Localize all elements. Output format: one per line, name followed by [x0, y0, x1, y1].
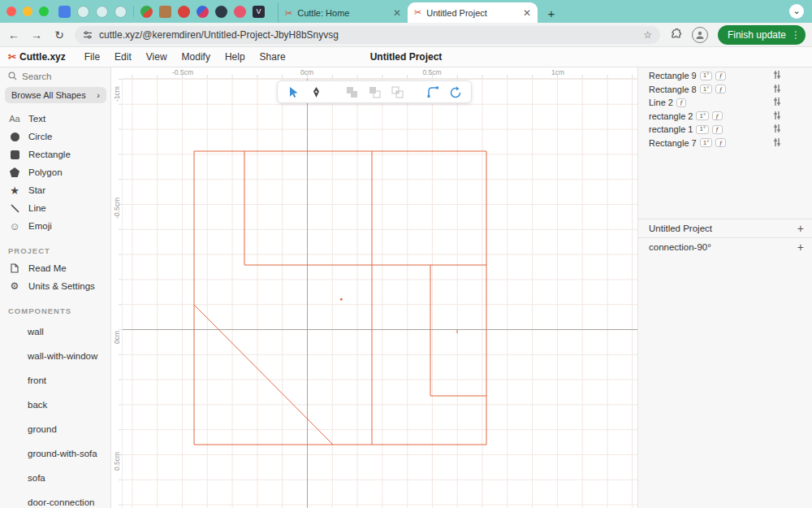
- shape-tool-star[interactable]: ★ Star: [0, 181, 110, 199]
- component-front[interactable]: front: [0, 368, 110, 393]
- add-icon[interactable]: +: [797, 222, 804, 235]
- component-sofa[interactable]: sofa: [0, 466, 110, 490]
- ruler-label: -0.5cm: [172, 68, 193, 76]
- menu-share[interactable]: Share: [253, 51, 293, 63]
- star-icon: ★: [8, 185, 21, 197]
- extensions-puzzle-icon[interactable]: [670, 28, 682, 41]
- extension-icon[interactable]: [58, 6, 71, 18]
- component-sections: Untitled Project + connection-90° +: [638, 219, 812, 256]
- shape-tool-circle[interactable]: Circle: [0, 128, 110, 145]
- rotation-badge[interactable]: 1°: [696, 125, 709, 134]
- pen-tool-icon[interactable]: [309, 85, 323, 99]
- window-zoom-button[interactable]: [39, 7, 49, 16]
- rotation-badge[interactable]: 1°: [700, 72, 713, 80]
- layer-row-line-2[interactable]: Line 2 ƒ: [638, 96, 812, 110]
- address-bar[interactable]: cuttle.xyz/@keremdiren/Untitled-Project-…: [75, 26, 660, 44]
- formula-badge[interactable]: ƒ: [712, 125, 723, 134]
- sidebar-item-units-settings[interactable]: ⚙ Units & Settings: [0, 277, 110, 295]
- shape-tool-emoji[interactable]: ☺ Emoji: [0, 217, 110, 235]
- kebab-menu-icon[interactable]: ⋮: [791, 29, 801, 41]
- profile-avatar[interactable]: [692, 27, 708, 43]
- tab-close-icon[interactable]: ✕: [523, 7, 531, 19]
- component-door-connection[interactable]: door-connection: [0, 490, 110, 508]
- tab-cuttle-home[interactable]: ✂ Cuttle: Home ✕: [278, 3, 408, 23]
- section-untitled-project[interactable]: Untitled Project +: [638, 219, 812, 237]
- formula-badge[interactable]: ƒ: [715, 138, 726, 147]
- shape-tool-rectangle[interactable]: Rectangle: [0, 145, 110, 163]
- window-minimize-button[interactable]: [23, 7, 32, 16]
- sliders-icon[interactable]: [773, 70, 781, 81]
- layer-row-rectangle-9[interactable]: Rectangle 9 1° ƒ: [638, 69, 812, 83]
- reload-icon[interactable]: ↻: [52, 28, 67, 41]
- layer-row-rectangle-7[interactable]: Rectangle 7 1° ƒ: [638, 137, 812, 150]
- menu-view[interactable]: View: [139, 51, 175, 63]
- ruler-label: 1cm: [551, 68, 564, 76]
- extension-icon[interactable]: [77, 6, 89, 18]
- chevron-right-icon: ›: [97, 90, 100, 100]
- design-canvas[interactable]: -0.5cm 0cm 0.5cm 1cm -1cm -0.5cm 0cm 0.5…: [111, 67, 637, 508]
- formula-badge[interactable]: ƒ: [715, 85, 726, 93]
- component-ground-with-sofa[interactable]: ground-with-sofa: [0, 441, 110, 466]
- extension-icon[interactable]: V: [253, 6, 265, 18]
- rotation-badge[interactable]: 1°: [700, 85, 713, 93]
- formula-badge[interactable]: ƒ: [712, 111, 723, 120]
- canvas-viewport[interactable]: [123, 79, 637, 508]
- tab-close-icon[interactable]: ✕: [393, 7, 401, 19]
- ruler-label: -0.5cm: [113, 198, 121, 219]
- new-tab-button[interactable]: +: [542, 5, 560, 23]
- extension-icon[interactable]: [234, 6, 246, 18]
- component-ground[interactable]: ground: [0, 417, 110, 441]
- extension-icon[interactable]: [96, 6, 108, 18]
- extension-icon[interactable]: [197, 6, 209, 18]
- browse-all-shapes-button[interactable]: Browse All Shapes ›: [5, 87, 106, 103]
- tab-untitled-project[interactable]: ✂ Untitled Project ✕: [408, 2, 538, 23]
- layer-row-rectangle-2[interactable]: rectangle 2 1° ƒ: [638, 110, 812, 124]
- layer-row-rectangle-8[interactable]: Rectangle 8 1° ƒ: [638, 83, 812, 97]
- window-close-button[interactable]: [6, 7, 16, 16]
- extension-icon[interactable]: [215, 6, 227, 18]
- component-wall[interactable]: wall: [0, 319, 110, 344]
- sliders-icon[interactable]: [773, 137, 781, 149]
- rotation-badge[interactable]: 1°: [696, 111, 709, 120]
- sidebar-item-label: Units & Settings: [28, 281, 95, 291]
- search-row: [0, 67, 110, 85]
- site-info-icon[interactable]: [83, 30, 93, 40]
- shape-tool-text[interactable]: Aa Text: [0, 110, 110, 128]
- extension-icon[interactable]: [178, 6, 190, 18]
- back-icon[interactable]: ←: [6, 28, 21, 41]
- cuttle-brand[interactable]: ✂ Cuttle.xyz: [8, 51, 66, 63]
- menu-edit[interactable]: Edit: [107, 51, 139, 63]
- drawing-layer[interactable]: [123, 79, 637, 508]
- tab-search-chevron-icon[interactable]: ⌄: [789, 4, 804, 19]
- rotate-tool-icon[interactable]: [448, 85, 463, 99]
- sliders-icon[interactable]: [773, 111, 781, 122]
- formula-badge[interactable]: ƒ: [715, 72, 726, 80]
- extension-icon[interactable]: [159, 6, 171, 18]
- rotation-badge[interactable]: 1°: [700, 138, 713, 147]
- sidebar-item-read-me[interactable]: Read Me: [0, 259, 110, 277]
- shape-tool-polygon[interactable]: Polygon: [0, 163, 110, 181]
- select-tool-icon[interactable]: [286, 85, 300, 99]
- sliders-icon[interactable]: [773, 97, 781, 108]
- forward-icon[interactable]: →: [29, 28, 44, 41]
- search-input[interactable]: [22, 72, 95, 81]
- sliders-icon[interactable]: [773, 84, 781, 95]
- section-connection-90[interactable]: connection-90° +: [638, 237, 812, 256]
- finish-update-button[interactable]: Finish update ⋮: [718, 25, 806, 45]
- menu-file[interactable]: File: [77, 51, 107, 63]
- layer-row-rectangle-1[interactable]: rectangle 1 1° ƒ: [638, 123, 812, 137]
- component-back[interactable]: back: [0, 393, 110, 417]
- sliders-icon[interactable]: [773, 124, 781, 135]
- shape-tool-line[interactable]: Line: [0, 199, 110, 217]
- add-icon[interactable]: +: [797, 241, 804, 254]
- menu-help[interactable]: Help: [218, 51, 253, 63]
- browser-toolbar: ← → ↻ cuttle.xyz/@keremdiren/Untitled-Pr…: [0, 23, 812, 47]
- bookmark-star-icon[interactable]: ☆: [643, 29, 652, 41]
- extension-icon[interactable]: [114, 6, 127, 18]
- extension-icon[interactable]: [140, 6, 153, 18]
- component-wall-with-window[interactable]: wall-with-window: [0, 344, 110, 368]
- formula-badge[interactable]: ƒ: [676, 98, 687, 107]
- corner-tool-icon[interactable]: [425, 85, 440, 99]
- shape-label: Line: [28, 203, 46, 213]
- menu-modify[interactable]: Modify: [175, 51, 218, 63]
